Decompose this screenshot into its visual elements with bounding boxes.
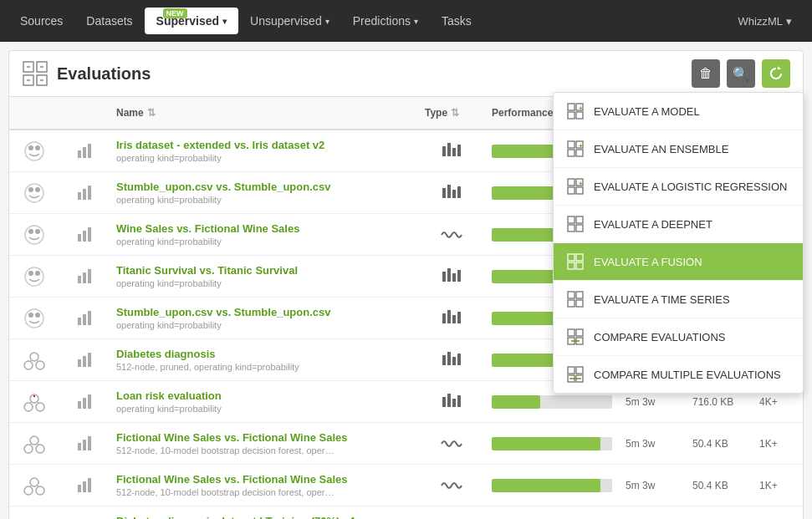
main-content: Evaluations 🗑 🔍 Name ⇅ Type ⇅	[0, 42, 812, 519]
nav-predictions[interactable]: Predictions ▾	[341, 8, 430, 34]
svg-point-29	[25, 226, 43, 244]
evaluate-model-icon: +	[565, 101, 585, 121]
svg-point-90	[24, 486, 33, 495]
svg-rect-39	[83, 272, 86, 283]
svg-point-19	[25, 184, 43, 202]
svg-rect-63	[442, 355, 446, 365]
nav-tasks[interactable]: Tasks	[430, 8, 483, 34]
row-name-link[interactable]: Diabetes diagnosis dataset | Training (7…	[116, 515, 387, 519]
row-sub-text: 512-node, pruned, operating kind=probabi…	[116, 362, 411, 372]
row-name-link[interactable]: Stumble_upon.csv vs. Stumble_upon.csv	[116, 181, 330, 193]
svg-rect-28	[457, 186, 461, 198]
user-menu[interactable]: WhizzML ▾	[727, 8, 804, 34]
svg-rect-41	[442, 272, 446, 282]
svg-rect-114	[568, 141, 575, 148]
evaluate-logistic-item[interactable]: + EVALUATE A LOGISTIC REGRESSION	[554, 168, 803, 206]
evaluate-logistic-icon: +	[565, 176, 585, 196]
evaluate-timeseries-label: EVALUATE A TIME SERIES	[594, 293, 730, 306]
svg-rect-134	[568, 300, 575, 307]
svg-rect-109	[568, 104, 575, 110]
new-badge: NEW	[163, 8, 187, 18]
svg-point-30	[28, 229, 33, 234]
row-name-link[interactable]: Stumble_upon.csv vs. Stumble_upon.csv	[116, 306, 330, 318]
compare-multiple-item[interactable]: COMPARE MULTIPLE EVALUATIONS	[554, 356, 803, 393]
svg-rect-122	[576, 187, 583, 194]
refresh-button[interactable]	[762, 59, 790, 88]
row-status-icon	[9, 172, 59, 213]
page-header-actions: 🗑 🔍	[692, 59, 790, 88]
row-name-cell: Diabetes diagnosis 512-node, pruned, ope…	[110, 343, 418, 377]
type-sort-icon: ⇅	[451, 107, 459, 119]
svg-point-46	[28, 313, 33, 318]
evaluate-model-item[interactable]: + EVALUATE A MODEL	[554, 93, 803, 130]
evaluate-fusion-item[interactable]: EVALUATE A FUSION	[554, 243, 803, 281]
compare-evaluations-icon	[565, 327, 585, 347]
row-status-icon	[9, 381, 59, 422]
svg-text:+: +	[579, 104, 583, 112]
row-name-cell: Wine Sales vs. Fictional Wine Sales oper…	[110, 217, 418, 252]
row-type-icon	[418, 265, 485, 288]
delete-button[interactable]: 🗑	[692, 59, 720, 88]
row-name-link[interactable]: Iris dataset - extended vs. Iris dataset…	[116, 139, 324, 151]
svg-rect-88	[88, 436, 91, 450]
row-status-icon	[9, 465, 59, 506]
top-navigation: Sources Datasets Supervised NEW ▾ Unsupe…	[0, 0, 812, 42]
row-name-link[interactable]: Loan risk evaluation	[116, 389, 222, 402]
row-name-cell: Fictional Wine Sales vs. Fictional Wine …	[110, 468, 418, 502]
svg-rect-12	[78, 150, 81, 158]
evaluate-timeseries-icon	[565, 289, 585, 309]
row-name-link[interactable]: Fictional Wine Sales vs. Fictional Wine …	[116, 473, 347, 486]
svg-rect-23	[83, 189, 86, 200]
col-name[interactable]: Name ⇅	[110, 104, 418, 122]
svg-rect-116	[568, 150, 575, 156]
svg-rect-76	[88, 394, 91, 409]
row-performance	[485, 479, 619, 492]
evaluate-model-label: EVALUATE A MODEL	[594, 105, 700, 118]
svg-rect-13	[83, 147, 86, 158]
svg-rect-61	[83, 356, 86, 367]
row-count: 4K+	[753, 393, 803, 411]
svg-rect-38	[78, 276, 81, 283]
row-name-cell: Stumble_upon.csv vs. Stumble_upon.csv op…	[110, 176, 418, 210]
svg-rect-16	[447, 143, 451, 156]
svg-rect-48	[78, 318, 81, 325]
nav-datasets[interactable]: Datasets	[74, 8, 144, 34]
col-icon2	[59, 104, 110, 122]
row-sub-text: 512-node, 10-model bootstrap decision fo…	[116, 445, 411, 455]
row-count: 1K+	[753, 476, 803, 495]
svg-point-68	[24, 403, 33, 411]
col-type[interactable]: Type ⇅	[418, 104, 485, 122]
search-button[interactable]: 🔍	[727, 59, 755, 88]
row-name-link[interactable]: Titanic Survival vs. Titanic Survival	[116, 264, 298, 277]
evaluate-timeseries-item[interactable]: EVALUATE A TIME SERIES	[554, 281, 803, 318]
row-name-link[interactable]: Wine Sales vs. Fictional Wine Sales	[116, 222, 299, 235]
row-chart-icon	[59, 393, 110, 411]
svg-rect-14	[88, 144, 91, 158]
svg-point-81	[30, 436, 38, 445]
nav-supervised[interactable]: Supervised NEW ▾	[145, 8, 238, 34]
svg-rect-126	[568, 225, 575, 232]
row-type-icon	[418, 140, 485, 163]
compare-evaluations-item[interactable]: COMPARE EVALUATIONS	[554, 318, 803, 356]
row-time: 5m 3w	[619, 393, 686, 411]
row-name-link[interactable]: Diabetes diagnosis	[116, 348, 215, 360]
nav-sources[interactable]: Sources	[8, 8, 74, 34]
svg-rect-87	[83, 440, 86, 450]
nav-unsupervised[interactable]: Unsupervised ▾	[238, 8, 341, 34]
table-row: Fictional Wine Sales vs. Fictional Wine …	[9, 465, 803, 506]
svg-rect-78	[447, 394, 451, 407]
row-type-wave-icon	[418, 223, 485, 247]
row-time: 5m 3w	[619, 435, 686, 453]
svg-point-89	[30, 478, 38, 486]
row-chart-icon	[59, 226, 110, 244]
evaluate-ensemble-item[interactable]: + EVALUATE AN ENSEMBLE	[554, 130, 803, 168]
row-name-link[interactable]: Fictional Wine Sales vs. Fictional Wine …	[116, 431, 347, 444]
svg-rect-26	[447, 185, 451, 198]
row-status-icon	[9, 423, 59, 464]
svg-point-91	[36, 486, 44, 495]
evaluate-fusion-icon	[565, 252, 585, 272]
row-name-cell: Iris dataset - extended vs. Iris dataset…	[110, 134, 418, 168]
row-status-icon	[9, 130, 59, 171]
row-performance	[485, 437, 619, 450]
evaluate-deepnet-item[interactable]: EVALUATE A DEEPNET	[554, 206, 803, 243]
